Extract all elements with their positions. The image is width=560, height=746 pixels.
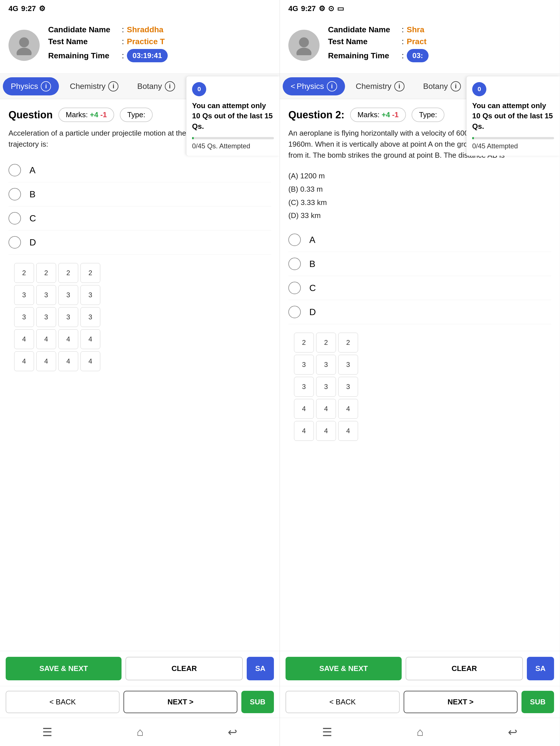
submit-button-2[interactable]: SUB (522, 691, 554, 713)
tab-botany-2[interactable]: Botany i (415, 77, 469, 95)
grid-cell[interactable]: 3 (338, 377, 358, 397)
next-button-1[interactable]: NEXT > (123, 691, 237, 713)
grid-cell[interactable]: 3 (338, 355, 358, 375)
grid-cell[interactable]: 2 (14, 263, 34, 283)
options-list-1: A B C D (8, 158, 271, 255)
radio-a-2[interactable] (288, 234, 301, 246)
save-next-button-1[interactable]: SAVE & NEXT (6, 657, 121, 680)
grid-cell[interactable]: 4 (58, 351, 78, 371)
clear-button-2[interactable]: CLEAR (405, 657, 523, 680)
info-icon-botany-2[interactable]: i (451, 81, 461, 91)
options-text-2: (A) 1200 m (B) 0.33 m (C) 3.33 km (D) 33… (288, 169, 551, 222)
nav-actions-2: < BACK NEXT > SUB (280, 686, 560, 718)
nav-actions-1: < BACK NEXT > SUB (0, 686, 280, 718)
time-1: 9:27 (21, 4, 36, 13)
tab-botany-1[interactable]: Botany i (129, 77, 183, 95)
gear-icon-1: ⚙ (39, 4, 45, 13)
grid-cell[interactable]: 3 (294, 377, 314, 397)
grid-cell[interactable]: 4 (294, 421, 314, 441)
option-c-2[interactable]: C (288, 276, 551, 300)
option-c-1[interactable]: C (8, 206, 271, 230)
radio-c-2[interactable] (288, 282, 301, 294)
sa-button-2[interactable]: SA (527, 657, 554, 680)
svg-point-1 (17, 48, 31, 55)
grid-cell[interactable]: 3 (316, 377, 336, 397)
option-b-label-1: B (29, 189, 35, 200)
grid-cell[interactable]: 4 (14, 351, 34, 371)
grid-cell[interactable]: 3 (36, 285, 56, 305)
grid-cell[interactable]: 2 (316, 333, 336, 352)
grid-cell[interactable]: 3 (58, 285, 78, 305)
option-b-2[interactable]: B (288, 252, 551, 276)
grid-cell[interactable]: 3 (58, 307, 78, 327)
back-button-1[interactable]: < BACK (6, 691, 119, 713)
grid-row-2-3: 3 3 3 (294, 377, 545, 397)
home-icon-2[interactable]: ⌂ (417, 726, 423, 738)
menu-icon-1[interactable]: ☰ (42, 726, 52, 739)
name-label-1: Candidate Name (48, 25, 122, 34)
grid-cell[interactable]: 3 (14, 307, 34, 327)
tab-chemistry-2[interactable]: Chemistry i (348, 77, 413, 95)
grid-cell[interactable]: 4 (338, 399, 358, 419)
info-icon-chemistry-2[interactable]: i (394, 81, 404, 91)
info-icon-botany-1[interactable]: i (165, 81, 175, 91)
grid-cell[interactable]: 4 (80, 329, 100, 349)
grid-cell[interactable]: 4 (14, 329, 34, 349)
progress-bar-bg-2 (472, 137, 554, 139)
tab-physics-1[interactable]: Physics i (3, 77, 59, 95)
back-nav-icon-1[interactable]: ↩ (228, 726, 237, 739)
option-d-1[interactable]: D (8, 230, 271, 255)
back-nav-icon-2[interactable]: ↩ (508, 726, 517, 739)
radio-b-2[interactable] (288, 258, 301, 270)
grid-cell[interactable]: 4 (316, 399, 336, 419)
info-icon-physics-2[interactable]: i (327, 81, 337, 91)
grid-cell[interactable]: 2 (294, 333, 314, 352)
next-button-2[interactable]: NEXT > (404, 691, 518, 713)
menu-icon-2[interactable]: ☰ (322, 726, 332, 739)
avatar-2 (288, 30, 319, 61)
radio-a-1[interactable] (8, 164, 21, 176)
svg-point-2 (299, 37, 309, 47)
clear-button-1[interactable]: CLEAR (125, 657, 243, 680)
grid-cell[interactable]: 3 (316, 355, 336, 375)
grid-cell[interactable]: 3 (294, 355, 314, 375)
option-a-2[interactable]: A (288, 228, 551, 252)
grid-cell[interactable]: 2 (338, 333, 358, 352)
grid-cell[interactable]: 3 (14, 285, 34, 305)
grid-cell[interactable]: 4 (36, 351, 56, 371)
side-panel-2: 0 You can attempt only 10 Qs out of the … (466, 77, 560, 156)
grid-cell[interactable]: 4 (294, 399, 314, 419)
option-d-2[interactable]: D (288, 300, 551, 324)
option-b-1[interactable]: B (8, 182, 271, 206)
radio-c-1[interactable] (8, 212, 21, 225)
radio-b-1[interactable] (8, 188, 21, 200)
back-button-2[interactable]: < BACK (285, 691, 400, 713)
tab-chemistry-1[interactable]: Chemistry i (62, 77, 126, 95)
radio-d-2[interactable] (288, 306, 301, 318)
info-icon-physics-1[interactable]: i (41, 81, 51, 91)
timer-badge-2: 03: (407, 49, 429, 62)
grid-cell[interactable]: 2 (58, 263, 78, 283)
grid-cell[interactable]: 3 (80, 285, 100, 305)
info-icon-chemistry-1[interactable]: i (108, 81, 118, 91)
grid-cell[interactable]: 4 (338, 421, 358, 441)
home-icon-1[interactable]: ⌂ (137, 726, 143, 738)
grid-cell[interactable]: 4 (316, 421, 336, 441)
grid-cell[interactable]: 4 (36, 329, 56, 349)
tab-botany-label-1: Botany (137, 82, 162, 91)
submit-button-1[interactable]: SUB (241, 691, 274, 713)
sa-button-1[interactable]: SA (247, 657, 274, 680)
grid-cell[interactable]: 4 (58, 329, 78, 349)
grid-row-1-1: 2 2 2 2 (14, 263, 265, 283)
grid-cell[interactable]: 2 (36, 263, 56, 283)
grid-cell[interactable]: 3 (36, 307, 56, 327)
grid-cell[interactable]: 3 (80, 307, 100, 327)
tab-physics-2[interactable]: < Physics i (283, 77, 345, 95)
grid-cell[interactable]: 4 (80, 351, 100, 371)
colon-6: : (402, 51, 404, 60)
grid-cell[interactable]: 2 (80, 263, 100, 283)
question-title-1: Question (8, 109, 53, 121)
radio-d-1[interactable] (8, 236, 21, 249)
option-a-1[interactable]: A (8, 158, 271, 182)
save-next-button-2[interactable]: SAVE & NEXT (285, 657, 402, 680)
